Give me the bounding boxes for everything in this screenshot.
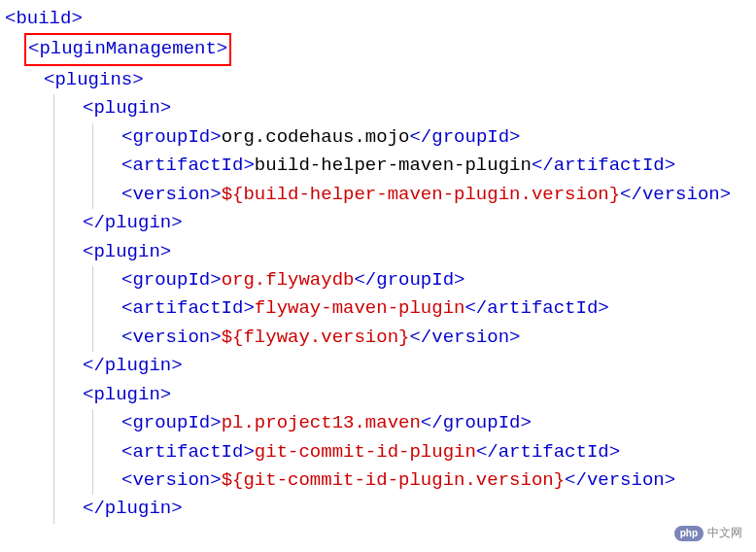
- plugin-open-line: <plugin>: [5, 238, 751, 266]
- groupId-close: </groupId>: [409, 126, 520, 148]
- plugins-open-line: <plugins>: [5, 66, 751, 94]
- plugins-open-tag: <plugins>: [44, 69, 144, 90]
- artifactId-line: <artifactId>build-helper-maven-plugin</a…: [5, 152, 751, 180]
- plugin-open-line: <plugin>: [5, 94, 751, 122]
- groupId-value: pl.project13.maven: [222, 412, 421, 433]
- pluginManagement-open-tag: <pluginManagement>: [28, 38, 227, 59]
- version-open: <version>: [121, 327, 222, 348]
- groupId-line: <groupId>org.codehaus.mojo</groupId>: [5, 123, 751, 152]
- artifactId-close: </artifactId>: [532, 155, 675, 176]
- version-close: </version>: [409, 327, 520, 348]
- plugin-close-line: </plugin>: [5, 209, 751, 237]
- version-close: </version>: [620, 184, 731, 205]
- plugin-close-tag: </plugin>: [83, 212, 183, 233]
- plugin-close-tag: </plugin>: [83, 355, 183, 376]
- watermark: php中文网: [669, 522, 748, 528]
- plugin-open-tag: <plugin>: [83, 384, 171, 405]
- version-value: ${git-commit-id-plugin.version}: [222, 469, 565, 491]
- artifactId-open: <artifactId>: [121, 297, 255, 319]
- artifactId-close: </artifactId>: [464, 297, 608, 319]
- artifactId-open: <artifactId>: [121, 155, 255, 176]
- artifactId-line: <artifactId>git-commit-id-plugin</artifa…: [5, 438, 751, 466]
- version-value: ${flyway.version}: [222, 327, 410, 348]
- tag-text: <build>: [5, 8, 83, 29]
- plugin-open-line: <plugin>: [5, 381, 751, 409]
- groupId-value: org.flywaydb: [222, 269, 355, 291]
- groupId-value: org.codehaus.mojo: [222, 126, 410, 148]
- version-line: <version>${flyway.version}</version>: [5, 324, 751, 352]
- build-open-tag: <build>: [5, 5, 751, 33]
- version-line: <version>${git-commit-id-plugin.version}…: [5, 466, 751, 495]
- groupId-open: <groupId>: [121, 126, 222, 148]
- groupId-close: </groupId>: [421, 412, 532, 433]
- version-value: ${build-helper-maven-plugin.version}: [222, 184, 620, 205]
- groupId-open: <groupId>: [121, 269, 222, 291]
- plugin-open-tag: <plugin>: [83, 241, 171, 262]
- plugin-open-tag: <plugin>: [83, 97, 171, 119]
- plugin-close-tag: </plugin>: [83, 498, 183, 519]
- artifactId-open: <artifactId>: [121, 441, 255, 463]
- version-line: <version>${build-helper-maven-plugin.ver…: [5, 181, 751, 209]
- php-icon: php: [674, 526, 704, 528]
- plugin-close-line: </plugin>: [5, 352, 751, 380]
- highlight-box: <pluginManagement>: [24, 33, 231, 65]
- groupId-open: <groupId>: [121, 412, 222, 433]
- groupId-close: </groupId>: [354, 269, 464, 291]
- watermark-text: 中文网: [707, 526, 742, 528]
- artifactId-value: flyway-maven-plugin: [255, 297, 465, 319]
- groupId-line: <groupId>org.flywaydb</groupId>: [5, 266, 751, 294]
- plugin-close-line: </plugin>: [5, 495, 751, 523]
- version-open: <version>: [121, 184, 222, 205]
- version-open: <version>: [121, 469, 222, 491]
- pluginManagement-open-line: <pluginManagement>: [5, 33, 751, 65]
- artifactId-close: </artifactId>: [476, 441, 620, 463]
- version-close: </version>: [565, 469, 675, 491]
- artifactId-value: git-commit-id-plugin: [255, 441, 476, 463]
- groupId-line: <groupId>pl.project13.maven</groupId>: [5, 409, 751, 437]
- artifactId-line: <artifactId>flyway-maven-plugin</artifac…: [5, 294, 751, 323]
- artifactId-value: build-helper-maven-plugin: [255, 155, 532, 176]
